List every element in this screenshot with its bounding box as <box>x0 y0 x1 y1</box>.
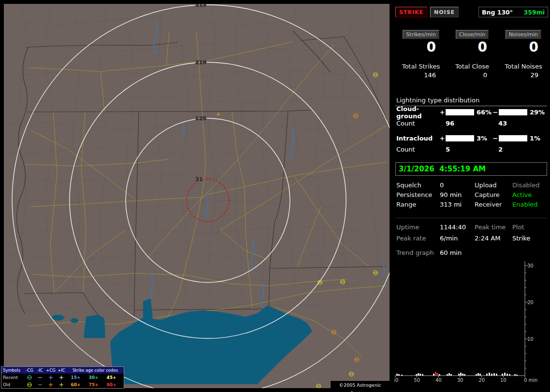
cg-negative-count: 43 <box>498 120 507 127</box>
svg-text:60: 60 <box>394 378 398 383</box>
ic-negative-pct: 1% <box>529 135 544 142</box>
persistence-value: 90 min <box>440 191 475 198</box>
trend-graph-label: Trend graph <box>396 249 440 256</box>
trend-bar <box>516 375 518 376</box>
noises-per-min-button[interactable]: Noises/min <box>506 30 542 39</box>
trend-graph: 302010 6050403020100 min <box>394 260 550 390</box>
legend-old-row: Old 60+ 75+ 90+ <box>1 381 124 388</box>
trend-bar <box>416 374 417 376</box>
trend-bar <box>398 374 400 376</box>
intracloud-label: Intracloud <box>396 135 439 142</box>
cg-negative-bar <box>499 109 527 115</box>
noises-per-min-value: 0 <box>498 41 549 54</box>
minus-sign: − <box>492 135 499 142</box>
svg-text:10: 10 <box>527 336 534 342</box>
total-close-value: 0 <box>447 71 498 79</box>
trend-axes <box>395 261 525 376</box>
ic-count-label: Count <box>396 146 446 153</box>
trend-bar <box>476 374 477 376</box>
legend-old-label: Old <box>1 382 24 387</box>
trend-bars <box>396 372 518 376</box>
trend-bar <box>450 374 452 376</box>
strikes-per-min-button[interactable]: Strikes/min <box>403 30 439 39</box>
trend-y-labels: 302010 <box>527 263 534 342</box>
trend-bar <box>460 373 462 376</box>
trend-bar <box>401 375 403 376</box>
bearing-value: Bng 130° <box>482 9 513 16</box>
old-neg-cg-icon <box>24 382 35 388</box>
range-ring-label: 125 <box>195 115 206 122</box>
strikes-per-min-value: 0 <box>395 41 447 54</box>
age-60: 60+ <box>67 382 85 387</box>
bearing-panel: Bng 130° 359mi <box>478 7 548 17</box>
legend-col-pos-ic: +IC <box>56 368 67 373</box>
plus-sign: + <box>439 135 446 142</box>
legend-col-pos-cg: +CG <box>45 368 56 373</box>
control-panel: STRIKE NOISE Bng 130° 359mi Strikes/min … <box>394 0 550 392</box>
age-15: 15+ <box>67 375 85 380</box>
total-strikes-label: Total Strikes <box>395 63 447 70</box>
svg-text:20: 20 <box>478 378 485 383</box>
peak-rate-label: Peak rate <box>396 235 440 242</box>
cg-count-label: Count <box>396 120 446 127</box>
legend-col-neg-cg: -CG <box>24 368 35 373</box>
trend-bar <box>514 374 516 376</box>
trend-bar <box>509 374 510 376</box>
noise-mode-button[interactable]: NOISE <box>430 7 459 17</box>
cg-positive-bar <box>446 109 474 115</box>
trend-bar <box>447 374 448 376</box>
strike-mode-button[interactable]: STRIKE <box>395 7 427 17</box>
total-noises-value: 29 <box>498 71 549 79</box>
cg-positive-count: 96 <box>446 120 498 127</box>
ic-negative-count: 2 <box>498 146 503 153</box>
total-close-label: Total Close <box>447 63 498 70</box>
age-90: 90+ <box>102 382 120 387</box>
total-strikes-value: 146 <box>395 71 447 79</box>
range-value: 313 mi <box>440 201 475 208</box>
cg-positive-pct: 66% <box>476 109 491 116</box>
trend-bar <box>486 374 488 376</box>
ic-negative-bar <box>499 135 527 141</box>
cg-count-row: Count 96 43 <box>396 120 507 127</box>
recent-neg-ic-icon <box>35 375 45 380</box>
recent-pos-ic-icon <box>56 375 67 380</box>
trend-bar <box>464 374 465 376</box>
upload-label: Upload <box>475 182 512 189</box>
trend-bar <box>493 373 495 376</box>
svg-text:40: 40 <box>435 378 442 383</box>
trend-bar <box>439 374 440 376</box>
cloud-ground-label: Cloud-ground <box>396 105 439 120</box>
app-window: 31321912531 Symbols -CG -IC +CG +IC Stri… <box>0 0 550 392</box>
recent-neg-cg-icon <box>24 375 35 380</box>
trend-bar <box>435 372 436 376</box>
trend-bar <box>422 374 423 376</box>
peak-time-label: Peak time <box>475 224 512 231</box>
old-pos-cg-icon <box>45 382 56 388</box>
plot-label: Plot <box>512 224 524 231</box>
ic-positive-pct: 3% <box>476 135 491 142</box>
old-pos-ic-icon <box>56 382 67 388</box>
trend-bar <box>479 374 481 376</box>
ic-positive-count: 5 <box>446 146 498 153</box>
close-per-min-value: 0 <box>447 41 498 54</box>
svg-text:50: 50 <box>414 378 420 383</box>
map-panel: 31321912531 <box>4 4 390 388</box>
close-per-min-button[interactable]: Close/min <box>456 30 489 39</box>
svg-text:30: 30 <box>457 378 463 383</box>
svg-text:0 min: 0 min <box>524 378 537 383</box>
plus-sign: + <box>439 109 446 116</box>
upload-value: Disabled <box>512 182 539 189</box>
legend-symbols-header: Symbols <box>1 368 24 373</box>
intracloud-row: Intracloud + 3% − 1% <box>396 135 544 142</box>
age-45: 45+ <box>102 375 120 380</box>
rate-buttons-row: Strikes/min Close/min Noises/min <box>394 30 550 39</box>
range-ring-label: 219 <box>195 59 206 66</box>
trend-bar <box>496 374 497 376</box>
trend-bar <box>433 374 434 376</box>
trend-ticks <box>395 266 528 378</box>
total-noises-label: Total Noises <box>498 63 549 70</box>
trend-bar <box>489 373 490 376</box>
capture-value: Active <box>512 191 532 198</box>
totals-values-row: 146 0 29 <box>394 71 550 79</box>
range-ring-label: 313 <box>195 4 206 8</box>
